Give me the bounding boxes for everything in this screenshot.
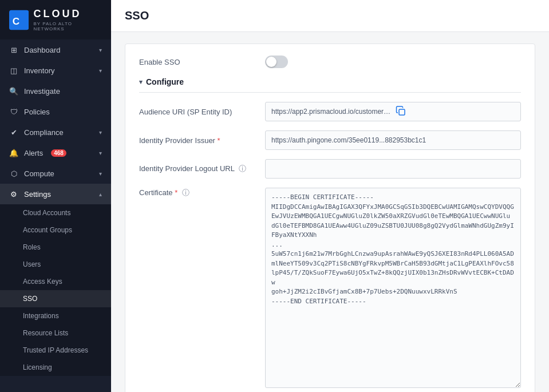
nav-item-dashboard[interactable]: ⊞ Dashboard ▾ bbox=[0, 39, 111, 60]
sidebar-item-access-keys[interactable]: Access Keys bbox=[0, 273, 111, 290]
alerts-icon: 🔔 bbox=[9, 148, 18, 157]
nav-item-policies[interactable]: 🛡 Policies bbox=[0, 101, 111, 122]
info-icon[interactable]: ⓘ bbox=[239, 164, 246, 173]
compliance-icon: ✔ bbox=[9, 128, 18, 137]
policies-icon: 🛡 bbox=[9, 107, 18, 116]
idp-logout-row: Identity Provider Logout URL ⓘ bbox=[139, 159, 521, 179]
enable-sso-row: Enable SSO bbox=[139, 56, 521, 68]
toggle-knob bbox=[266, 57, 277, 67]
idp-logout-label: Identity Provider Logout URL ⓘ bbox=[139, 164, 265, 174]
dashboard-icon: ⊞ bbox=[9, 45, 18, 54]
logo-sub: BY PALO ALTO NETWORKS bbox=[33, 21, 102, 31]
sso-card: Enable SSO ▾ Configure Audience URI (SP … bbox=[125, 43, 535, 392]
main-body: Enable SSO ▾ Configure Audience URI (SP … bbox=[111, 32, 549, 392]
idp-logout-url-input[interactable] bbox=[265, 159, 521, 179]
sidebar-item-account-groups[interactable]: Account Groups bbox=[0, 221, 111, 239]
nav-item-investigate[interactable]: 🔍 Investigate bbox=[0, 81, 111, 101]
sidebar-item-cloud-accounts[interactable]: Cloud Accounts bbox=[0, 204, 111, 221]
sidebar-item-trusted-ip[interactable]: Trusted IP Addresses bbox=[0, 342, 111, 359]
enable-sso-label: Enable SSO bbox=[139, 58, 265, 66]
chevron-icon: ▾ bbox=[99, 171, 102, 177]
sidebar-item-resource-lists[interactable]: Resource Lists bbox=[0, 324, 111, 342]
idp-issuer-input[interactable] bbox=[265, 130, 521, 150]
chevron-icon: ▾ bbox=[99, 150, 102, 156]
svg-text:C: C bbox=[13, 15, 19, 26]
inventory-icon: ◫ bbox=[9, 66, 18, 75]
logo-icon: C bbox=[9, 10, 29, 30]
logo: C CLOUD BY PALO ALTO NETWORKS bbox=[0, 0, 111, 39]
compute-icon: ⬡ bbox=[9, 169, 18, 178]
settings-icon: ⚙ bbox=[9, 189, 18, 199]
certificate-textarea[interactable]: -----BEGIN CERTIFICATE----- MIIDgDCCAmig… bbox=[265, 188, 521, 388]
copy-button[interactable] bbox=[396, 106, 516, 118]
configure-chevron-icon: ▾ bbox=[139, 78, 143, 86]
info-icon[interactable]: ⓘ bbox=[182, 188, 189, 197]
chevron-icon: ▾ bbox=[99, 47, 102, 53]
sidebar-item-users[interactable]: Users bbox=[0, 256, 111, 273]
logo-text: CLOUD bbox=[33, 8, 102, 20]
nav-item-compute[interactable]: ⬡ Compute ▾ bbox=[0, 163, 111, 184]
audience-uri-input-wrapper: https://app2.prismacloud.io/customer/cb8… bbox=[265, 102, 521, 121]
idp-issuer-row: Identity Provider Issuer * bbox=[139, 130, 521, 150]
required-marker: * bbox=[218, 136, 220, 145]
audience-uri-row: Audience URI (SP Entity ID) https://app2… bbox=[139, 102, 521, 121]
sidebar-item-sso[interactable]: SSO bbox=[0, 290, 111, 307]
page-header: SSO bbox=[111, 0, 549, 32]
page-title: SSO bbox=[125, 9, 535, 22]
investigate-icon: 🔍 bbox=[9, 86, 18, 96]
nav-item-alerts[interactable]: 🔔 Alerts 468 ▾ bbox=[0, 142, 111, 163]
configure-section-header[interactable]: ▾ Configure bbox=[139, 77, 521, 93]
certificate-label: Certificate * ⓘ bbox=[139, 188, 265, 198]
sidebar-item-integrations[interactable]: Integrations bbox=[0, 307, 111, 324]
enable-sso-toggle[interactable] bbox=[265, 56, 288, 68]
certificate-row: Certificate * ⓘ -----BEGIN CERTIFICATE--… bbox=[139, 188, 521, 388]
svg-rect-2 bbox=[399, 109, 405, 115]
nav-item-compliance[interactable]: ✔ Compliance ▾ bbox=[0, 122, 111, 142]
nav-item-settings[interactable]: ⚙ Settings ▴ bbox=[0, 184, 111, 204]
chevron-icon: ▾ bbox=[99, 68, 102, 74]
nav-item-inventory[interactable]: ◫ Inventory ▾ bbox=[0, 60, 111, 81]
main-content: SSO Enable SSO ▾ Configure Audience URI … bbox=[111, 0, 549, 392]
settings-subnav: Cloud Accounts Account Groups Roles User… bbox=[0, 204, 111, 376]
alerts-badge: 468 bbox=[51, 149, 66, 157]
chevron-icon: ▾ bbox=[99, 129, 102, 136]
sidebar: C CLOUD BY PALO ALTO NETWORKS ⊞ Dashboar… bbox=[0, 0, 111, 392]
chevron-icon: ▴ bbox=[99, 191, 102, 197]
required-marker: * bbox=[175, 188, 177, 197]
idp-issuer-label: Identity Provider Issuer * bbox=[139, 136, 265, 145]
audience-uri-label: Audience URI (SP Entity ID) bbox=[139, 108, 265, 116]
sidebar-item-licensing[interactable]: Licensing bbox=[0, 359, 111, 376]
audience-uri-value: https://app2.prismacloud.io/customer/cb8… bbox=[271, 108, 392, 116]
sidebar-item-roles[interactable]: Roles bbox=[0, 239, 111, 256]
configure-label: Configure bbox=[146, 77, 184, 86]
